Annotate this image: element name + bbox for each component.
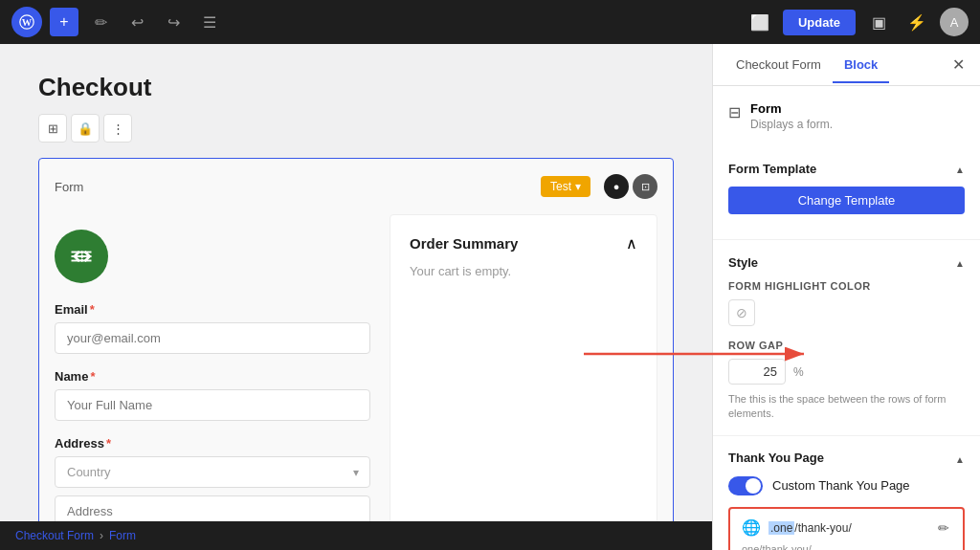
country-select[interactable]: Country bbox=[55, 456, 370, 488]
form-info-icon: ⊟ bbox=[728, 103, 741, 121]
thank-you-page-section: Thank You Page Custom Thank You Page 🌐 .… bbox=[713, 436, 980, 550]
sidebar-close-button[interactable]: ✕ bbox=[948, 52, 969, 77]
wordpress-icon[interactable]: W bbox=[11, 7, 42, 37]
form-block-icons: ● ⊡ bbox=[604, 174, 657, 199]
url-highlighted: .one bbox=[768, 521, 794, 535]
row-gap-unit: % bbox=[793, 365, 804, 379]
undo-button[interactable]: ↩ bbox=[122, 8, 151, 36]
form-content: Email * Name * bbox=[55, 214, 657, 550]
url-full: one/thank-you/ bbox=[742, 543, 951, 550]
email-input[interactable] bbox=[55, 322, 370, 354]
breadcrumb-parent[interactable]: Checkout Form bbox=[15, 529, 94, 542]
block-menu-icon[interactable]: ⋮ bbox=[103, 114, 132, 143]
name-required: * bbox=[90, 369, 95, 384]
checkout-form-fields: Email * Name * bbox=[55, 214, 370, 550]
highlight-color-label: FORM HIGHLIGHT COLOR bbox=[728, 280, 965, 292]
redo-button[interactable]: ↪ bbox=[159, 8, 188, 36]
row-gap-description: The this is the space between the rows o… bbox=[728, 392, 965, 422]
thank-you-content: Custom Thank You Page 🌐 .one/thank-you/ … bbox=[728, 476, 965, 550]
toolbar-left: W + ✏ ↩ ↪ ☰ bbox=[11, 7, 224, 37]
main-layout: Checkout ⊞ 🔒 ⋮ Form Test ▾ ● ⊡ bbox=[0, 44, 980, 550]
url-full-prefix: one/ bbox=[742, 543, 762, 550]
form-block: Form Test ▾ ● ⊡ bbox=[38, 158, 674, 550]
custom-thank-you-toggle[interactable] bbox=[728, 476, 763, 495]
right-sidebar: Checkout Form Block ✕ ⊟ Form Displays a … bbox=[712, 44, 980, 550]
url-full-path: thank-you/ bbox=[762, 543, 811, 550]
list-view-button[interactable]: ☰ bbox=[195, 8, 224, 36]
form-icon-1[interactable]: ● bbox=[604, 174, 629, 199]
toggle-label: Custom Thank You Page bbox=[772, 478, 910, 493]
toggle-row: Custom Thank You Page bbox=[728, 476, 965, 495]
name-field-group: Name * bbox=[55, 369, 370, 421]
order-summary-empty: Your cart is empty. bbox=[410, 264, 637, 278]
name-label: Name * bbox=[55, 369, 370, 384]
form-template-content: Change Template bbox=[728, 187, 965, 226]
user-avatar-icon[interactable]: A bbox=[940, 8, 969, 36]
toolbar-right: ⬜ Update ▣ ⚡ A bbox=[745, 7, 969, 37]
email-required: * bbox=[90, 302, 95, 317]
form-block-label: Form bbox=[55, 180, 83, 194]
url-path: /thank-you/ bbox=[794, 521, 851, 535]
block-lock-icon[interactable]: 🔒 bbox=[71, 114, 100, 143]
form-info-title: Form bbox=[750, 101, 833, 116]
update-button[interactable]: Update bbox=[783, 10, 856, 35]
url-box: 🌐 .one/thank-you/ ✏ one/thank-you/ bbox=[728, 507, 965, 550]
arrow-indicator bbox=[584, 342, 813, 365]
highlight-color-swatch[interactable]: ⊘ bbox=[728, 299, 755, 326]
style-header[interactable]: Style bbox=[728, 253, 965, 271]
order-summary-chevron[interactable]: ∧ bbox=[626, 234, 637, 253]
address-label: Address * bbox=[55, 436, 370, 451]
email-field-group: Email * bbox=[55, 302, 370, 354]
name-input[interactable] bbox=[55, 389, 370, 421]
form-info-description: Displays a form. bbox=[750, 118, 833, 131]
order-summary-header: Order Summary ∧ bbox=[410, 234, 637, 253]
thank-you-title: Thank You Page bbox=[728, 451, 824, 465]
globe-icon: 🌐 bbox=[742, 518, 761, 537]
change-template-button[interactable]: Change Template bbox=[728, 187, 965, 214]
address-required: * bbox=[106, 436, 111, 451]
brand-logo bbox=[55, 230, 108, 283]
lightning-icon[interactable]: ⚡ bbox=[902, 7, 932, 37]
tab-block[interactable]: Block bbox=[833, 48, 889, 83]
test-chevron-icon: ▾ bbox=[575, 180, 581, 193]
block-grid-icon[interactable]: ⊞ bbox=[38, 114, 67, 143]
tab-checkout-form[interactable]: Checkout Form bbox=[724, 48, 833, 83]
country-select-wrapper: Country bbox=[55, 456, 370, 488]
test-button[interactable]: Test ▾ bbox=[541, 176, 590, 197]
page-title: Checkout bbox=[38, 73, 674, 102]
url-edit-button[interactable]: ✏ bbox=[936, 518, 951, 538]
style-section: Style FORM HIGHLIGHT COLOR ⊘ ROW GAP % T… bbox=[713, 240, 980, 436]
toggle-sidebar-icon[interactable]: ▣ bbox=[863, 7, 894, 37]
toolbar: W + ✏ ↩ ↪ ☰ ⬜ Update ▣ ⚡ A bbox=[0, 0, 980, 44]
order-summary: Order Summary ∧ Your cart is empty. bbox=[390, 214, 657, 550]
breadcrumb-separator: › bbox=[100, 529, 103, 542]
editor-area: Checkout ⊞ 🔒 ⋮ Form Test ▾ ● ⊡ bbox=[0, 44, 712, 550]
thank-you-header[interactable]: Thank You Page bbox=[728, 450, 965, 467]
desktop-view-icon[interactable]: ⬜ bbox=[745, 7, 775, 37]
breadcrumb-child[interactable]: Form bbox=[109, 529, 136, 542]
form-block-header: Form Test ▾ ● ⊡ bbox=[55, 174, 657, 199]
block-controls: ⊞ 🔒 ⋮ bbox=[38, 114, 674, 143]
color-picker-row: ⊘ bbox=[728, 299, 965, 326]
form-info-text: Form Displays a form. bbox=[750, 101, 833, 131]
form-template-section: Form Template Change Template bbox=[713, 146, 980, 240]
pen-tool-button[interactable]: ✏ bbox=[86, 8, 115, 36]
form-template-title: Form Template bbox=[728, 162, 816, 176]
form-template-header[interactable]: Form Template bbox=[728, 160, 965, 177]
breadcrumb: Checkout Form › Form bbox=[0, 521, 712, 550]
thank-you-chevron bbox=[955, 450, 965, 467]
email-label: Email * bbox=[55, 302, 370, 317]
order-summary-title: Order Summary bbox=[410, 235, 518, 252]
sidebar-tabs: Checkout Form Block ✕ bbox=[713, 44, 980, 86]
style-title: Style bbox=[728, 255, 758, 270]
form-template-chevron bbox=[955, 160, 965, 177]
url-display: .one/thank-you/ bbox=[768, 521, 928, 535]
form-header-right: Test ▾ ● ⊡ bbox=[541, 174, 657, 199]
svg-text:W: W bbox=[22, 17, 33, 28]
add-block-button[interactable]: + bbox=[50, 8, 78, 36]
url-row: 🌐 .one/thank-you/ ✏ bbox=[742, 518, 951, 538]
sidebar-tab-group: Checkout Form Block bbox=[724, 48, 889, 82]
form-icon-2[interactable]: ⊡ bbox=[633, 174, 657, 199]
style-chevron bbox=[955, 253, 965, 271]
sidebar-content: ⊟ Form Displays a form. Form Template Ch… bbox=[713, 86, 980, 550]
